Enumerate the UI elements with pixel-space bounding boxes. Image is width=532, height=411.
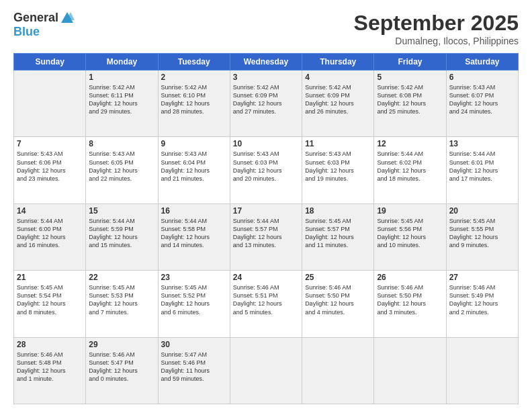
day-number: 28 bbox=[17, 340, 83, 349]
calendar-cell bbox=[14, 71, 86, 137]
day-number: 30 bbox=[161, 340, 227, 349]
day-number: 26 bbox=[377, 273, 443, 282]
day-info: Sunrise: 5:46 AM Sunset: 5:47 PM Dayligh… bbox=[89, 351, 154, 383]
day-info: Sunrise: 5:45 AM Sunset: 5:52 PM Dayligh… bbox=[161, 283, 227, 316]
day-number: 19 bbox=[377, 206, 443, 216]
calendar-cell: 19Sunrise: 5:45 AM Sunset: 5:56 PM Dayli… bbox=[374, 203, 446, 270]
day-number: 13 bbox=[449, 139, 515, 148]
calendar-cell: 10Sunrise: 5:43 AM Sunset: 6:03 PM Dayli… bbox=[230, 137, 302, 203]
calendar-cell: 3Sunrise: 5:42 AM Sunset: 6:09 PM Daylig… bbox=[230, 71, 302, 137]
title-block: September 2025 Dumalneg, Ilocos, Philipp… bbox=[354, 11, 519, 46]
day-number: 4 bbox=[305, 73, 371, 82]
day-info: Sunrise: 5:42 AM Sunset: 6:08 PM Dayligh… bbox=[377, 83, 443, 116]
day-number: 9 bbox=[161, 139, 227, 148]
day-info: Sunrise: 5:46 AM Sunset: 5:51 PM Dayligh… bbox=[233, 283, 299, 316]
calendar-cell: 5Sunrise: 5:42 AM Sunset: 6:08 PM Daylig… bbox=[374, 71, 446, 137]
weekday-header-sunday: Sunday bbox=[14, 54, 86, 71]
calendar-week-3: 14Sunrise: 5:44 AM Sunset: 6:00 PM Dayli… bbox=[14, 203, 519, 270]
calendar-cell: 28Sunrise: 5:46 AM Sunset: 5:48 PM Dayli… bbox=[14, 337, 86, 404]
weekday-header-tuesday: Tuesday bbox=[158, 54, 230, 71]
day-number: 10 bbox=[233, 139, 299, 148]
day-number: 8 bbox=[89, 139, 154, 148]
day-info: Sunrise: 5:45 AM Sunset: 5:54 PM Dayligh… bbox=[17, 283, 83, 316]
day-info: Sunrise: 5:43 AM Sunset: 6:03 PM Dayligh… bbox=[305, 150, 371, 183]
calendar-cell: 16Sunrise: 5:44 AM Sunset: 5:58 PM Dayli… bbox=[158, 203, 230, 270]
calendar-cell: 22Sunrise: 5:45 AM Sunset: 5:53 PM Dayli… bbox=[86, 271, 158, 337]
logo-text: General Blue bbox=[13, 11, 75, 39]
calendar-cell: 23Sunrise: 5:45 AM Sunset: 5:52 PM Dayli… bbox=[158, 271, 230, 337]
day-info: Sunrise: 5:43 AM Sunset: 6:07 PM Dayligh… bbox=[449, 83, 515, 116]
day-info: Sunrise: 5:44 AM Sunset: 6:01 PM Dayligh… bbox=[449, 150, 515, 183]
calendar-cell: 18Sunrise: 5:45 AM Sunset: 5:57 PM Dayli… bbox=[302, 203, 374, 270]
calendar-cell bbox=[446, 337, 518, 404]
logo-general: General bbox=[13, 11, 58, 25]
calendar-table: SundayMondayTuesdayWednesdayThursdayFrid… bbox=[13, 53, 519, 404]
day-number: 23 bbox=[161, 273, 227, 282]
calendar-cell: 7Sunrise: 5:43 AM Sunset: 6:06 PM Daylig… bbox=[14, 137, 86, 203]
day-number: 3 bbox=[233, 73, 299, 82]
day-number: 7 bbox=[17, 139, 83, 148]
calendar-cell: 15Sunrise: 5:44 AM Sunset: 5:59 PM Dayli… bbox=[86, 203, 158, 270]
weekday-header-thursday: Thursday bbox=[302, 54, 374, 71]
calendar-cell bbox=[302, 337, 374, 404]
calendar-cell: 14Sunrise: 5:44 AM Sunset: 6:00 PM Dayli… bbox=[14, 203, 86, 270]
day-info: Sunrise: 5:43 AM Sunset: 6:03 PM Dayligh… bbox=[233, 150, 299, 183]
day-info: Sunrise: 5:46 AM Sunset: 5:50 PM Dayligh… bbox=[377, 283, 443, 316]
calendar-cell: 2Sunrise: 5:42 AM Sunset: 6:10 PM Daylig… bbox=[158, 71, 230, 137]
day-info: Sunrise: 5:42 AM Sunset: 6:11 PM Dayligh… bbox=[89, 83, 154, 116]
day-info: Sunrise: 5:43 AM Sunset: 6:04 PM Dayligh… bbox=[161, 150, 227, 183]
day-number: 29 bbox=[89, 340, 154, 349]
day-info: Sunrise: 5:45 AM Sunset: 5:56 PM Dayligh… bbox=[377, 217, 443, 250]
calendar-cell: 8Sunrise: 5:43 AM Sunset: 6:05 PM Daylig… bbox=[86, 137, 158, 203]
day-info: Sunrise: 5:45 AM Sunset: 5:53 PM Dayligh… bbox=[89, 283, 154, 316]
day-info: Sunrise: 5:44 AM Sunset: 5:57 PM Dayligh… bbox=[233, 217, 299, 250]
location: Dumalneg, Ilocos, Philippines bbox=[354, 36, 519, 46]
day-number: 11 bbox=[305, 139, 371, 148]
day-number: 25 bbox=[305, 273, 371, 282]
day-number: 2 bbox=[161, 73, 227, 82]
calendar-week-2: 7Sunrise: 5:43 AM Sunset: 6:06 PM Daylig… bbox=[14, 137, 519, 203]
day-info: Sunrise: 5:45 AM Sunset: 5:57 PM Dayligh… bbox=[305, 217, 371, 250]
day-number: 22 bbox=[89, 273, 154, 282]
calendar-header-row: SundayMondayTuesdayWednesdayThursdayFrid… bbox=[14, 54, 519, 71]
day-info: Sunrise: 5:43 AM Sunset: 6:06 PM Dayligh… bbox=[17, 150, 83, 183]
weekday-header-saturday: Saturday bbox=[446, 54, 518, 71]
day-info: Sunrise: 5:43 AM Sunset: 6:05 PM Dayligh… bbox=[89, 150, 154, 183]
calendar-cell: 12Sunrise: 5:44 AM Sunset: 6:02 PM Dayli… bbox=[374, 137, 446, 203]
day-number: 24 bbox=[233, 273, 299, 282]
calendar-cell: 11Sunrise: 5:43 AM Sunset: 6:03 PM Dayli… bbox=[302, 137, 374, 203]
day-number: 27 bbox=[449, 273, 515, 282]
calendar-cell bbox=[374, 337, 446, 404]
calendar-cell: 17Sunrise: 5:44 AM Sunset: 5:57 PM Dayli… bbox=[230, 203, 302, 270]
day-info: Sunrise: 5:44 AM Sunset: 5:59 PM Dayligh… bbox=[89, 217, 154, 250]
logo-icon bbox=[60, 11, 75, 26]
calendar-cell bbox=[230, 337, 302, 404]
calendar-cell: 30Sunrise: 5:47 AM Sunset: 5:46 PM Dayli… bbox=[158, 337, 230, 404]
day-number: 21 bbox=[17, 273, 83, 282]
day-number: 18 bbox=[305, 206, 371, 216]
weekday-header-wednesday: Wednesday bbox=[230, 54, 302, 71]
day-info: Sunrise: 5:44 AM Sunset: 5:58 PM Dayligh… bbox=[161, 217, 227, 250]
logo-blue: Blue bbox=[13, 26, 75, 39]
calendar-cell: 13Sunrise: 5:44 AM Sunset: 6:01 PM Dayli… bbox=[446, 137, 518, 203]
calendar-week-4: 21Sunrise: 5:45 AM Sunset: 5:54 PM Dayli… bbox=[14, 271, 519, 337]
calendar-cell: 20Sunrise: 5:45 AM Sunset: 5:55 PM Dayli… bbox=[446, 203, 518, 270]
day-info: Sunrise: 5:46 AM Sunset: 5:49 PM Dayligh… bbox=[449, 283, 515, 316]
month-title: September 2025 bbox=[354, 11, 519, 36]
calendar-cell: 9Sunrise: 5:43 AM Sunset: 6:04 PM Daylig… bbox=[158, 137, 230, 203]
day-number: 20 bbox=[449, 206, 515, 216]
header: General Blue September 2025 Dumalneg, Il… bbox=[13, 11, 519, 46]
calendar-cell: 29Sunrise: 5:46 AM Sunset: 5:47 PM Dayli… bbox=[86, 337, 158, 404]
calendar-cell: 4Sunrise: 5:42 AM Sunset: 6:09 PM Daylig… bbox=[302, 71, 374, 137]
day-number: 16 bbox=[161, 206, 227, 216]
day-info: Sunrise: 5:42 AM Sunset: 6:09 PM Dayligh… bbox=[233, 83, 299, 116]
day-info: Sunrise: 5:42 AM Sunset: 6:10 PM Dayligh… bbox=[161, 83, 227, 116]
calendar-week-1: 1Sunrise: 5:42 AM Sunset: 6:11 PM Daylig… bbox=[14, 71, 519, 137]
day-number: 17 bbox=[233, 206, 299, 216]
day-number: 12 bbox=[377, 139, 443, 148]
day-info: Sunrise: 5:46 AM Sunset: 5:48 PM Dayligh… bbox=[17, 351, 83, 383]
calendar-cell: 27Sunrise: 5:46 AM Sunset: 5:49 PM Dayli… bbox=[446, 271, 518, 337]
weekday-header-monday: Monday bbox=[86, 54, 158, 71]
page: General Blue September 2025 Dumalneg, Il… bbox=[0, 0, 532, 411]
day-number: 6 bbox=[449, 73, 515, 82]
